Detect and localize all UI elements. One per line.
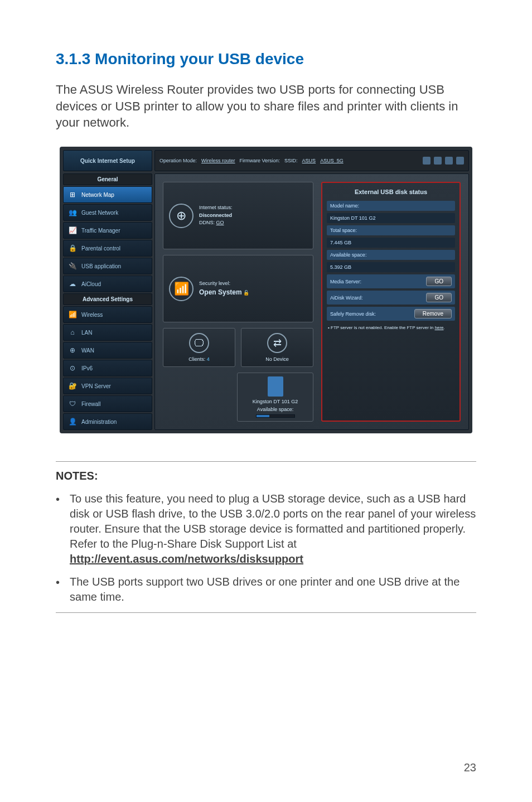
note-text: To use this feature, you need to plug a … <box>70 492 476 550</box>
clients-label: Clients: <box>188 356 205 362</box>
security-value: Open System <box>199 288 242 296</box>
available-space-value: 5.392 GB <box>327 262 455 272</box>
main-area: ⊕ Internet status: Disconnected DDNS: GO… <box>154 173 469 430</box>
usb-application-icon: 🔌 <box>68 262 77 270</box>
no-device-card[interactable]: ⇄ No Device <box>241 328 313 367</box>
sidebar-item-label: IPv6 <box>81 365 93 371</box>
external-usb-status-panel: External USB disk status Model name: Kin… <box>321 182 461 422</box>
security-label: Security level: <box>199 281 230 286</box>
disk-support-link[interactable]: http://event.asus.com/networks/disksuppo… <box>70 553 303 565</box>
total-space-value: 7.445 GB <box>327 238 455 248</box>
sidebar-item-administration[interactable]: 👤 Administration <box>63 413 152 430</box>
note-text: The USB ports support two USB drives or … <box>70 574 476 605</box>
sidebar-item-label: Firewall <box>81 401 100 407</box>
firewall-icon: 🛡 <box>68 399 77 408</box>
ipv6-icon: ⊙ <box>68 364 77 373</box>
op-mode-link[interactable]: Wireless router <box>201 158 235 163</box>
router-icon: 📶 <box>169 277 194 301</box>
lock-open-icon: 🔓 <box>243 290 249 296</box>
ddns-go-link[interactable]: GO <box>216 220 224 225</box>
notes-item: To use this feature, you need to plug a … <box>56 491 476 567</box>
usb-drive-card[interactable]: Kingston DT 101 G2 Available space: <box>237 373 313 422</box>
sidebar-item-traffic-manager[interactable]: 📈 Traffic Manager <box>63 222 152 239</box>
sidebar-item-label: Guest Network <box>81 210 118 216</box>
sidebar-item-vpn-server[interactable]: 🔐 VPN Server <box>63 378 152 394</box>
internet-status-label: Internet status: <box>199 205 233 210</box>
divider <box>56 612 476 613</box>
sidebar-item-network-map[interactable]: ⊞ Network Map <box>63 186 152 203</box>
notes-list: To use this feature, you need to plug a … <box>56 491 476 605</box>
section-heading: 3.1.3 Monitoring your USB device <box>56 50 476 68</box>
op-mode-label: Operation Mode: <box>159 158 197 163</box>
sidebar-item-label: WAN <box>81 347 94 354</box>
sidebar-item-label: LAN <box>81 330 92 336</box>
internet-status-card[interactable]: ⊕ Internet status: Disconnected DDNS: GO <box>163 182 313 249</box>
sidebar-item-firewall[interactable]: 🛡 Firewall <box>63 395 152 412</box>
sidebar-item-label: Wireless <box>81 312 103 318</box>
sidebar: General ⊞ Network Map 👥 Guest Network 📈 … <box>63 173 152 430</box>
ftp-server-note: • FTP server is not enabled. Enable the … <box>327 323 455 332</box>
intro-paragraph: The ASUS Wireless Router provides two US… <box>56 81 476 131</box>
usb-icon: ⇄ <box>267 333 287 353</box>
administration-icon: 👤 <box>68 417 77 426</box>
sidebar-item-wan[interactable]: ⊕ WAN <box>63 342 152 359</box>
topbar-icon[interactable] <box>423 157 431 165</box>
safely-remove-button[interactable]: Remove <box>414 309 452 318</box>
topbar-icon[interactable] <box>445 157 453 165</box>
ssid-label: SSID: <box>284 158 298 163</box>
topbar-icon[interactable] <box>456 157 464 165</box>
ssid-link-1[interactable]: ASUS <box>302 158 316 163</box>
sidebar-section-general: General <box>63 173 152 185</box>
sidebar-item-lan[interactable]: ⌂ LAN <box>63 324 152 341</box>
ssid-link-2[interactable]: ASUS_5G <box>320 158 344 163</box>
sidebar-item-label: AiCloud <box>81 281 101 287</box>
divider <box>56 461 476 462</box>
parental-control-icon: 🔒 <box>68 244 77 253</box>
wan-icon: ⊕ <box>68 346 77 355</box>
sidebar-item-aicloud[interactable]: ☁ AiCloud <box>63 276 152 292</box>
quick-internet-setup-button[interactable]: Quick Internet Setup <box>63 150 152 171</box>
model-name-label: Model name: <box>327 201 455 211</box>
media-server-row: Media Server: GO <box>327 274 455 288</box>
sidebar-section-advanced: Advanced Settings <box>63 293 152 305</box>
sidebar-item-parental-control[interactable]: 🔒 Parental control <box>63 240 152 257</box>
sidebar-item-label: Traffic Manager <box>81 228 120 234</box>
sidebar-item-guest-network[interactable]: 👥 Guest Network <box>63 204 152 221</box>
sidebar-item-label: VPN Server <box>81 383 111 389</box>
aidisk-wizard-go-button[interactable]: GO <box>426 293 452 302</box>
no-device-label: No Device <box>265 356 289 362</box>
sidebar-item-ipv6[interactable]: ⊙ IPv6 <box>63 360 152 376</box>
aicloud-icon: ☁ <box>68 279 77 288</box>
firmware-label: Firmware Version: <box>240 158 280 163</box>
clients-card[interactable]: 🖵 Clients: 4 <box>163 328 235 367</box>
usb-space-bar <box>256 414 295 418</box>
model-name-value: Kingston DT 101 G2 <box>327 213 455 223</box>
sidebar-item-usb-application[interactable]: 🔌 USB application <box>63 258 152 274</box>
aidisk-wizard-row: AiDisk Wizard: GO <box>327 291 455 305</box>
panel-title: External USB disk status <box>327 187 455 199</box>
sidebar-item-label: Administration <box>81 419 117 425</box>
guest-network-icon: 👥 <box>68 208 77 217</box>
usb-available-label: Available space: <box>257 407 293 412</box>
available-space-label: Available space: <box>327 250 455 260</box>
sidebar-item-label: Parental control <box>81 245 120 252</box>
ftp-here-link[interactable]: here <box>434 325 443 330</box>
sidebar-item-wireless[interactable]: 📶 Wireless <box>63 306 152 323</box>
topbar: Operation Mode: Wireless router Firmware… <box>154 150 469 171</box>
router-screenshot: Quick Internet Setup Operation Mode: Wir… <box>60 147 472 433</box>
globe-icon: ⊕ <box>169 204 194 228</box>
clients-count: 4 <box>207 356 210 362</box>
sidebar-item-label: Network Map <box>81 192 114 198</box>
internet-status-value: Disconnected <box>199 212 232 218</box>
topbar-icon[interactable] <box>434 157 442 165</box>
vpn-server-icon: 🔐 <box>68 381 77 390</box>
notes-heading: NOTES: <box>56 470 476 482</box>
usb-model-name: Kingston DT 101 G2 <box>253 399 298 404</box>
drive-icon <box>268 376 283 397</box>
traffic-manager-icon: 📈 <box>68 226 77 235</box>
media-server-go-button[interactable]: GO <box>426 277 452 286</box>
security-level-card[interactable]: 📶 Security level: Open System 🔓 <box>163 255 313 322</box>
network-map-icon: ⊞ <box>68 190 77 199</box>
monitor-icon: 🖵 <box>189 333 209 353</box>
wireless-icon: 📶 <box>68 310 77 319</box>
